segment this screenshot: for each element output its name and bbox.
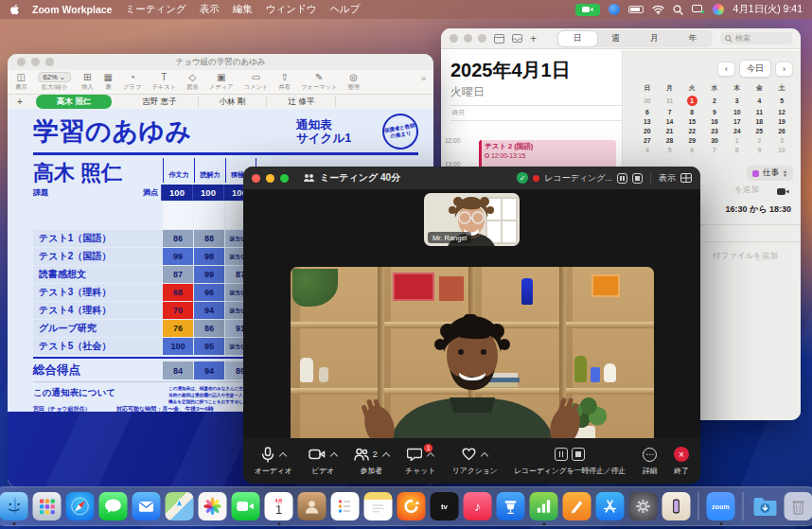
score-cell[interactable]: 96 — [194, 284, 224, 301]
event-time-range[interactable]: 16:30 から 18:30 — [726, 203, 791, 216]
numbers-toolbar-10[interactable]: ✎フォーマット — [301, 72, 338, 92]
mini-day-cell[interactable]: 18 — [749, 116, 771, 126]
mail-icon[interactable] — [132, 492, 161, 520]
calendar-event-0[interactable]: テスト 2 (国語)12:00-13:15 — [479, 140, 616, 168]
caret-icon[interactable] — [279, 452, 287, 460]
photos-icon[interactable] — [199, 492, 227, 520]
zoom-level-control[interactable]: 62% ⌄ — [38, 72, 71, 82]
task-label[interactable]: 課題 — [33, 187, 128, 198]
view-tab-日[interactable]: 日 — [558, 31, 597, 46]
column-header-1[interactable]: 読解力 — [194, 158, 225, 183]
mini-day-cell[interactable]: 1 — [680, 94, 703, 107]
mini-day-cell[interactable]: 5 — [659, 145, 681, 154]
view-tab-週[interactable]: 週 — [597, 31, 636, 46]
iphone-mirroring-icon[interactable] — [662, 492, 691, 520]
pause-recording-button[interactable] — [617, 173, 627, 184]
score-cell[interactable]: 99 — [163, 248, 193, 265]
today-button[interactable]: 今日 — [739, 60, 771, 78]
mini-day-cell[interactable]: 2 — [703, 94, 726, 107]
score-cell[interactable]: 98 — [194, 248, 224, 265]
numbers-toolbar-7[interactable]: ▣メディア — [209, 72, 234, 92]
mini-day-cell[interactable]: 12 — [770, 107, 793, 116]
zoom-toolbar-end-button[interactable]: ×終了 — [674, 447, 689, 476]
prev-day-button[interactable]: ‹ — [717, 62, 735, 77]
participant-thumbnail[interactable]: Mr. Rangel — [424, 193, 520, 246]
mini-day-cell[interactable]: 23 — [703, 126, 726, 135]
mini-day-cell[interactable]: 22 — [680, 126, 703, 135]
student-name[interactable]: 高木 照仁 — [33, 159, 122, 187]
menubar-app-name[interactable]: Zoom Workplace — [32, 4, 112, 15]
mini-day-cell[interactable]: 11 — [749, 107, 771, 116]
mini-day-cell[interactable]: 8 — [680, 107, 703, 116]
mini-day-cell[interactable]: 10 — [726, 107, 749, 116]
pages-icon[interactable] — [563, 492, 591, 520]
mini-day-cell[interactable]: 26 — [770, 126, 793, 135]
empty-cell[interactable] — [194, 202, 224, 229]
score-cell[interactable]: 86 — [194, 320, 224, 337]
keynote-icon[interactable] — [497, 492, 525, 520]
menubar-menu-1[interactable]: 表示 — [200, 3, 220, 16]
row-label[interactable]: 読書感想文 — [33, 266, 162, 283]
pause-recording-icon[interactable] — [555, 448, 568, 461]
calendar-search-field[interactable]: 検索 — [720, 32, 792, 44]
reminders-icon[interactable] — [331, 492, 360, 520]
event-category-select[interactable]: 仕事 ▲▼ — [747, 166, 793, 181]
zoom-window-controls[interactable] — [252, 174, 289, 183]
sheet-tab-2[interactable]: 小林 剛 — [199, 97, 268, 108]
score-cell[interactable]: 70 — [163, 302, 193, 319]
mini-day-cell[interactable]: 14 — [659, 116, 681, 126]
mini-day-cell[interactable]: 4 — [636, 145, 659, 154]
mini-day-cell[interactable]: 1 — [726, 135, 749, 145]
stop-recording-icon[interactable] — [572, 448, 585, 461]
numbers-toolbar-8[interactable]: ▭コメント — [244, 72, 269, 92]
score-cell[interactable]: 88 — [194, 230, 224, 247]
mini-day-cell[interactable]: 6 — [636, 107, 659, 116]
mini-day-cell[interactable]: 2 — [749, 135, 771, 145]
app-store-icon[interactable] — [596, 492, 625, 520]
attachment-hint[interactable]: 付ファイルを追加 — [713, 251, 778, 262]
gallery-view-icon[interactable] — [680, 173, 692, 183]
column-header-0[interactable]: 作文力 — [163, 158, 194, 183]
menubar-menu-4[interactable]: ヘルプ — [329, 3, 360, 16]
numbers-toolbar-2[interactable]: ⊞挿入 — [81, 72, 94, 92]
mini-day-cell[interactable]: 24 — [726, 126, 749, 135]
numbers-toolbar-3[interactable]: ▦表 — [104, 72, 113, 92]
numbers-icon[interactable] — [530, 492, 558, 520]
mini-day-cell[interactable]: 28 — [659, 135, 681, 145]
add-sheet-button[interactable]: + — [17, 97, 23, 107]
music-icon[interactable]: ♪ — [464, 492, 492, 520]
camera-active-icon[interactable] — [575, 4, 600, 16]
mini-day-cell[interactable]: 30 — [703, 135, 726, 145]
score-cell[interactable]: 94 — [194, 302, 224, 319]
downloads-icon[interactable] — [751, 492, 780, 520]
numbers-toolbar-1[interactable]: 62% ⌄拡大/縮小 — [38, 72, 71, 92]
add-event-button[interactable]: + — [530, 32, 537, 45]
mini-day-cell[interactable]: 10 — [770, 145, 793, 154]
caret-icon[interactable] — [481, 452, 488, 460]
calendar-icon[interactable]: 4月1 — [265, 492, 293, 520]
screen-sharing-icon[interactable] — [692, 5, 704, 14]
menubar-menu-2[interactable]: 編集 — [233, 3, 253, 16]
mini-day-cell[interactable]: 6 — [680, 145, 703, 154]
view-label[interactable]: 表示 — [659, 172, 676, 185]
score-cell[interactable]: 99 — [194, 266, 224, 283]
toolbar-overflow-icon[interactable]: » — [421, 72, 426, 83]
maps-icon[interactable] — [166, 492, 194, 520]
zoom-menubar-icon[interactable] — [609, 4, 620, 15]
mini-day-cell[interactable]: 27 — [636, 135, 659, 145]
zoom-toolbar-recording-button[interactable]: レコーディングを一時停止／停止 — [514, 447, 626, 476]
mini-day-cell[interactable]: 25 — [749, 126, 771, 135]
mini-day-cell[interactable]: 21 — [659, 126, 681, 135]
notes-icon[interactable] — [364, 492, 393, 520]
row-label[interactable]: テスト4（理科） — [33, 302, 162, 319]
zoom-toolbar-video-button[interactable]: ビデオ — [309, 447, 337, 476]
tv-icon[interactable]: tv — [431, 492, 459, 520]
score-cell[interactable]: 76 — [163, 320, 193, 337]
calendar-window-controls[interactable] — [450, 34, 486, 43]
max-label[interactable]: 満点 — [128, 187, 161, 198]
mini-day-cell[interactable]: 19 — [770, 116, 793, 126]
numbers-toolbar-6[interactable]: ◇図形 — [186, 72, 199, 92]
row-label[interactable]: グループ研究 — [33, 320, 162, 337]
menubar-menu-0[interactable]: ミーティング — [125, 3, 185, 16]
messages-icon[interactable] — [99, 492, 128, 520]
